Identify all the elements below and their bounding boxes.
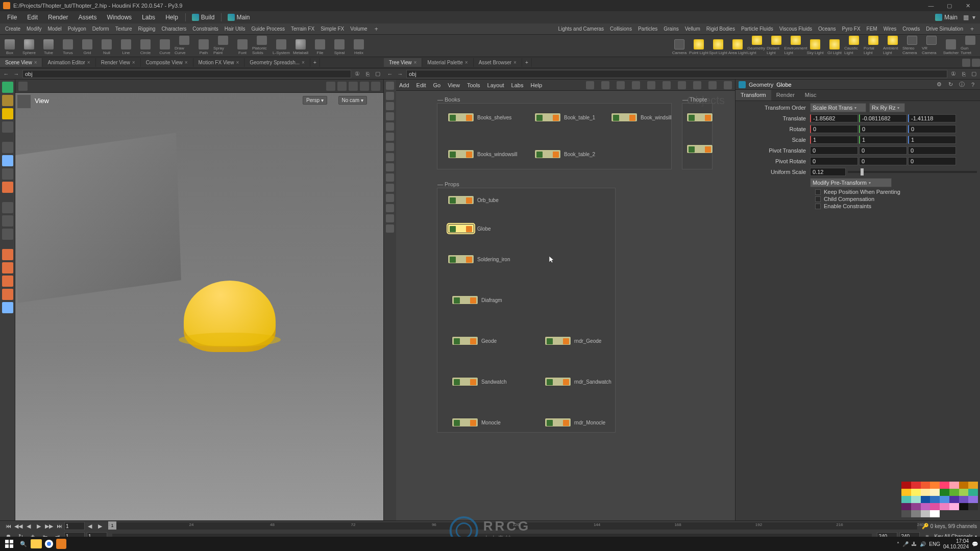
node-opt-a-icon[interactable] (586, 81, 594, 89)
color-swatch[interactable] (921, 496, 930, 503)
rotate-z[interactable] (908, 125, 956, 133)
back-icon[interactable]: ← (2, 70, 10, 78)
pin-icon-r[interactable]: ⎘ (960, 70, 968, 78)
last-frame-button[interactable]: ⏭ (54, 522, 64, 530)
pvr-x[interactable] (810, 157, 858, 165)
tool-e-icon[interactable] (2, 215, 13, 227)
scale-y[interactable] (859, 136, 907, 144)
color-swatch[interactable] (959, 482, 969, 489)
shelf-geometry-light[interactable]: Geometry Light (747, 36, 767, 56)
left-path-input[interactable] (22, 70, 351, 78)
shelf-caustic-light[interactable]: Caustic Light (844, 36, 864, 56)
color-swatch[interactable] (921, 510, 930, 517)
color-swatch[interactable] (901, 482, 911, 489)
frame-icon[interactable]: ① (353, 70, 361, 78)
first-frame-button[interactable]: ⏮ (3, 522, 13, 530)
translate-z[interactable] (908, 114, 956, 122)
color-swatch[interactable] (930, 489, 940, 496)
tab-transform[interactable]: Transform (736, 90, 771, 101)
tray-net-icon[interactable]: 🖧 (912, 541, 917, 547)
houdini-taskbar-icon[interactable] (56, 539, 66, 549)
shelf-spray-paint[interactable]: Spray Paint (213, 36, 233, 56)
color-swatch[interactable] (911, 510, 921, 517)
color-swatch[interactable] (911, 482, 921, 489)
toolbar-item[interactable]: Polygon (65, 26, 89, 32)
close-icon[interactable]: × (513, 60, 517, 65)
color-swatch[interactable] (911, 503, 921, 510)
shelf-file[interactable]: File (310, 36, 330, 56)
tool-b-icon[interactable] (2, 168, 13, 180)
pvr-z[interactable] (908, 157, 956, 165)
node-orb-tube[interactable]: Orb_tube (448, 195, 499, 205)
tray-date[interactable]: 04.10.2024 (943, 544, 969, 549)
tab-render-view[interactable]: Render View × (96, 58, 141, 67)
tab-composite-view[interactable]: Composite View × (141, 58, 193, 67)
toolbar-item[interactable]: Hair Utils (222, 26, 249, 32)
toolbar-item[interactable]: Characters (158, 26, 189, 32)
collapse-icon[interactable]: — (682, 96, 688, 103)
snap-c-icon[interactable] (2, 276, 13, 287)
node-monocle[interactable]: Monocle (452, 418, 501, 427)
color-swatch[interactable] (921, 489, 930, 496)
info-icon[interactable]: ⓘ (958, 81, 966, 89)
vr-d-icon[interactable] (386, 112, 394, 120)
pin-icon[interactable]: ⎘ (363, 70, 372, 78)
pvt-y[interactable] (859, 146, 907, 155)
color-swatch[interactable] (930, 503, 940, 510)
node-menu-go[interactable]: Go (433, 82, 441, 88)
tool-rotate-icon[interactable] (2, 108, 13, 119)
shelf-switcher[interactable]: Switcher (941, 36, 961, 56)
tab-asset-browser[interactable]: Asset Browser × (474, 58, 522, 67)
vp-opt-c-icon[interactable] (349, 82, 358, 91)
snap-e-icon[interactable] (2, 302, 13, 313)
vp-opt-b-icon[interactable] (337, 82, 347, 91)
toolbar-item[interactable]: Oceans (815, 26, 839, 32)
icon-b[interactable] (972, 59, 980, 67)
layout-icon[interactable]: ▦ (962, 13, 970, 21)
tab-geometry-spreadsh-[interactable]: Geometry Spreadsh... × (244, 58, 310, 67)
tab-render[interactable]: Render (771, 90, 800, 101)
tool-move-icon[interactable] (2, 95, 13, 106)
color-swatch[interactable] (959, 503, 969, 510)
shelf-path[interactable]: Path (194, 36, 213, 56)
pvt-x[interactable] (810, 146, 858, 155)
toolbar-item[interactable]: Particle Fluids (738, 26, 776, 32)
node-sandwatch[interactable]: Sandwatch (452, 377, 506, 386)
child-comp-check[interactable]: Child Compensation (815, 196, 977, 202)
camera-dropdown[interactable]: No cam▾ (338, 96, 367, 105)
frame-icon-r[interactable]: ① (949, 70, 958, 78)
close-icon[interactable]: × (236, 60, 239, 65)
node-rndr-sandwatch[interactable]: rndr_Sandwatch (545, 377, 611, 386)
color-swatch[interactable] (901, 489, 911, 496)
toolbar-item[interactable]: Deform (89, 26, 112, 32)
toolbar-item[interactable]: Viscous Fluids (776, 26, 815, 32)
scale-z[interactable] (908, 136, 956, 144)
toolbar-item[interactable]: Guide Process (248, 26, 288, 32)
color-swatch[interactable] (921, 503, 930, 510)
tab-misc[interactable]: Misc (800, 90, 822, 101)
color-swatch[interactable] (940, 489, 949, 496)
close-icon[interactable]: × (34, 60, 37, 65)
vp-store-icon[interactable] (360, 82, 369, 91)
node-globe[interactable]: Globe (448, 224, 491, 233)
collapse-icon[interactable]: — (437, 96, 443, 103)
modify-pretransform-select[interactable]: Modify Pre-Transform▾ (810, 178, 892, 187)
viewport[interactable]: View Persp▾ No cam▾ (15, 93, 383, 520)
color-swatch[interactable] (968, 503, 978, 510)
toolbar-item[interactable]: Model (44, 26, 64, 32)
group-props[interactable]: —Props Orb_tube Globe Soldering_iron Dia… (437, 188, 616, 433)
color-swatch[interactable] (911, 489, 921, 496)
toolbar-item[interactable]: Drive Simulation (923, 26, 966, 32)
node-diafragm[interactable]: Diafragm (452, 295, 502, 305)
toolbar-item[interactable]: Wires (880, 26, 900, 32)
gear-icon[interactable]: ⚙ (935, 81, 943, 89)
node-book-table-2[interactable]: Book_table_2 (534, 149, 595, 159)
node-thopter-b[interactable] (687, 144, 713, 154)
tray-chevron-icon[interactable]: ˄ (897, 541, 899, 547)
help-icon[interactable]: ? (969, 81, 977, 89)
shelf-line[interactable]: Line (116, 36, 136, 56)
vr-j-icon[interactable] (386, 173, 394, 182)
tab-motion-fx-view[interactable]: Motion FX View × (193, 58, 245, 67)
toolbar-item[interactable]: Particles (635, 26, 660, 32)
shelf-sphere[interactable]: Sphere (19, 36, 39, 56)
